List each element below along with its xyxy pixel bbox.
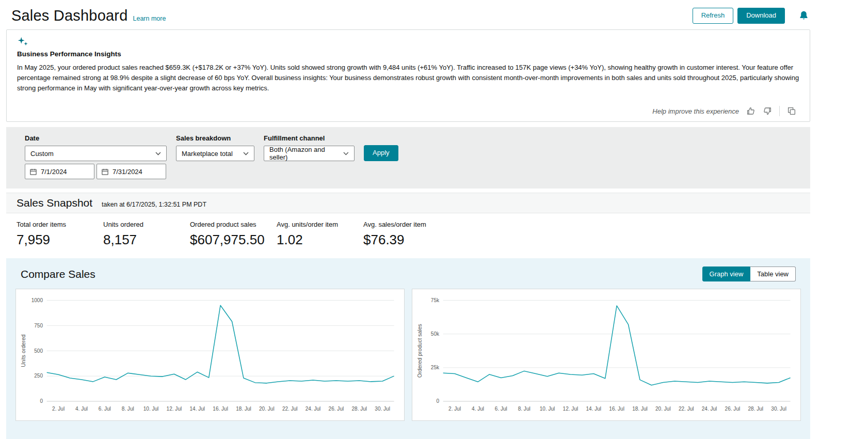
svg-text:12. Jul: 12. Jul (563, 406, 578, 412)
svg-text:0: 0 (40, 399, 43, 404)
learn-more-link[interactable]: Learn more (133, 15, 166, 22)
svg-text:50k: 50k (431, 331, 440, 337)
refresh-button[interactable]: Refresh (693, 8, 734, 23)
sparkle-icon (17, 36, 799, 49)
svg-text:30. Jul: 30. Jul (771, 406, 786, 412)
svg-text:16. Jul: 16. Jul (609, 406, 624, 412)
chevron-down-icon (155, 152, 161, 155)
svg-text:24. Jul: 24. Jul (306, 406, 321, 412)
insights-card: Business Performance Insights In May 202… (6, 29, 810, 122)
svg-text:14. Jul: 14. Jul (586, 406, 601, 412)
ordered-product-sales-line-chart: 025k50k75k2. Jul4. Jul6. Jul8. Jul10. Ju… (415, 294, 797, 419)
snapshot-timestamp: taken at 6/17/2025, 1:32:51 PM PDT (102, 201, 206, 208)
svg-text:26. Jul: 26. Jul (725, 406, 741, 412)
snapshot-title: Sales Snapshot (17, 197, 92, 209)
metric-total-order-items: Total order items 7,959 (17, 221, 103, 248)
insights-title: Business Performance Insights (17, 50, 799, 58)
svg-text:14. Jul: 14. Jul (189, 406, 205, 412)
metric-ordered-product-sales: Ordered product sales $607,975.50 (190, 221, 277, 248)
svg-text:1000: 1000 (31, 297, 43, 303)
svg-text:24. Jul: 24. Jul (702, 406, 717, 412)
svg-text:2. Jul: 2. Jul (52, 406, 65, 412)
compare-sales-section: Compare Sales Graph view Table view 0250… (6, 258, 810, 439)
calendar-icon (101, 168, 109, 176)
chevron-down-icon (243, 152, 249, 155)
filter-bar: Date Custom 7/1/2024 7/31/2024 (6, 127, 810, 189)
graph-view-button[interactable]: Graph view (702, 266, 751, 281)
download-button[interactable]: Download (737, 8, 785, 23)
units-ordered-chart: 025050075010002. Jul4. Jul6. Jul8. Jul10… (15, 289, 405, 421)
svg-text:0: 0 (436, 399, 439, 404)
svg-text:750: 750 (34, 323, 43, 328)
sales-breakdown-label: Sales breakdown (176, 134, 254, 142)
svg-text:20. Jul: 20. Jul (655, 406, 671, 412)
date-range-select[interactable]: Custom (25, 146, 167, 161)
snapshot-metrics: Total order items 7,959 Units ordered 8,… (6, 213, 810, 258)
svg-text:2. Jul: 2. Jul (448, 406, 461, 412)
svg-text:12. Jul: 12. Jul (167, 406, 182, 412)
svg-text:8. Jul: 8. Jul (122, 406, 134, 412)
date-filter-label: Date (25, 134, 167, 142)
thumbs-up-icon[interactable] (746, 106, 756, 116)
table-view-button[interactable]: Table view (750, 266, 796, 281)
svg-text:18. Jul: 18. Jul (632, 406, 648, 412)
feedback-row: Help improve this experience (17, 106, 799, 116)
svg-text:16. Jul: 16. Jul (213, 406, 228, 412)
metric-avg-units-per-order: Avg. units/order item 1.02 (277, 221, 363, 248)
svg-text:20. Jul: 20. Jul (259, 406, 275, 412)
svg-text:18. Jul: 18. Jul (236, 406, 251, 412)
metric-avg-sales-per-order: Avg. sales/order item $76.39 (363, 221, 450, 248)
insights-body: In May 2025, your ordered product sales … (17, 62, 799, 93)
svg-text:500: 500 (34, 348, 43, 354)
svg-text:75k: 75k (431, 297, 440, 303)
svg-text:6. Jul: 6. Jul (99, 406, 111, 412)
fulfillment-channel-label: Fulfillment channel (264, 134, 355, 142)
svg-text:22. Jul: 22. Jul (282, 406, 298, 412)
view-toggle: Graph view Table view (702, 266, 796, 281)
svg-text:Units ordered: Units ordered (20, 335, 26, 367)
svg-text:10. Jul: 10. Jul (540, 406, 555, 412)
svg-text:6. Jul: 6. Jul (495, 406, 507, 412)
svg-text:250: 250 (34, 373, 43, 379)
chevron-down-icon (343, 152, 349, 155)
page-title: Sales Dashboard (11, 7, 127, 24)
start-date-input[interactable]: 7/1/2024 (25, 164, 94, 179)
page-header: Sales Dashboard Learn more Refresh Downl… (6, 0, 810, 29)
units-ordered-line-chart: 025050075010002. Jul4. Jul6. Jul8. Jul10… (19, 294, 401, 419)
metric-units-ordered: Units ordered 8,157 (103, 221, 190, 248)
feedback-divider (779, 106, 780, 116)
svg-text:8. Jul: 8. Jul (518, 406, 531, 412)
calendar-icon (29, 168, 37, 176)
sales-snapshot-section: Sales Snapshot taken at 6/17/2025, 1:32:… (6, 193, 810, 258)
notification-bell-icon[interactable] (798, 10, 809, 21)
apply-button[interactable]: Apply (364, 145, 398, 161)
compare-sales-title: Compare Sales (21, 268, 95, 280)
svg-text:26. Jul: 26. Jul (329, 406, 344, 412)
fulfillment-channel-select[interactable]: Both (Amazon and seller) (264, 146, 355, 161)
svg-text:28. Jul: 28. Jul (748, 406, 763, 412)
svg-text:25k: 25k (431, 365, 440, 371)
end-date-input[interactable]: 7/31/2024 (97, 164, 166, 179)
copy-icon[interactable] (787, 106, 796, 116)
svg-text:4. Jul: 4. Jul (472, 406, 484, 412)
svg-text:4. Jul: 4. Jul (75, 406, 88, 412)
ordered-product-sales-chart: 025k50k75k2. Jul4. Jul6. Jul8. Jul10. Ju… (412, 289, 801, 421)
sales-breakdown-select[interactable]: Marketplace total (176, 146, 254, 161)
svg-text:28. Jul: 28. Jul (351, 406, 367, 412)
svg-text:22. Jul: 22. Jul (679, 406, 694, 412)
feedback-label: Help improve this experience (652, 107, 739, 115)
svg-text:10. Jul: 10. Jul (143, 406, 159, 412)
svg-text:Ordered product sales: Ordered product sales (416, 324, 423, 378)
thumbs-down-icon[interactable] (763, 106, 772, 116)
page: Sales Dashboard Learn more Refresh Downl… (6, 0, 810, 439)
svg-text:30. Jul: 30. Jul (375, 406, 390, 412)
